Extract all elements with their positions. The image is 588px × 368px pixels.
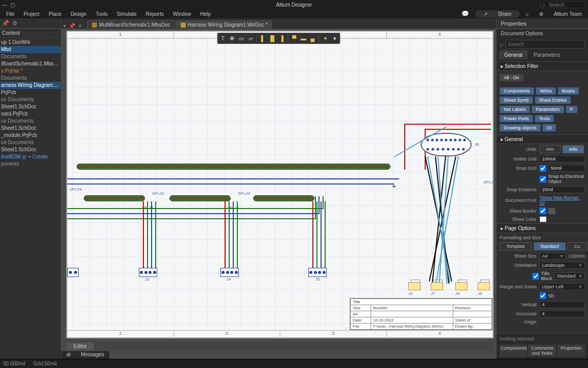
- tree-row[interactable]: ce Documents: [0, 139, 61, 146]
- orientation-select[interactable]: Landscape▼: [540, 262, 585, 269]
- tool-select-icon[interactable]: ▱: [247, 34, 255, 42]
- template-toggle[interactable]: Template Standard Cu: [500, 242, 585, 250]
- visible-grid-input[interactable]: [540, 155, 585, 163]
- wire[interactable]: [229, 201, 230, 268]
- menu-help[interactable]: Help: [196, 11, 215, 17]
- minimize-icon[interactable]: —: [2, 2, 7, 8]
- wire[interactable]: [318, 196, 320, 214]
- tree-row[interactable]: Documents: [0, 75, 61, 82]
- wire[interactable]: [147, 201, 148, 268]
- tree-row[interactable]: Sheet1.SchDoc: [0, 103, 61, 110]
- units-mils[interactable]: mils: [562, 145, 584, 153]
- wire[interactable]: [316, 201, 317, 268]
- tab-parameters[interactable]: Parameters: [529, 51, 565, 59]
- horizontal-input[interactable]: [540, 310, 585, 317]
- seg-standard[interactable]: Standard: [534, 242, 566, 250]
- seg-custom[interactable]: Cu: [568, 242, 587, 250]
- tree-row[interactable]: iBoardSchematic1.MbsDoc: [0, 60, 61, 67]
- filter-chip[interactable]: Wires: [536, 87, 556, 95]
- harness-bundle-2[interactable]: [169, 195, 231, 201]
- sheetsize-select[interactable]: A4▼: [540, 252, 566, 260]
- wire[interactable]: [237, 201, 238, 268]
- tree-row[interactable]: PrjPcb: [0, 89, 61, 96]
- tab-harness[interactable]: Harness Wiring Diagram1.WirDoc *: [176, 20, 273, 29]
- snap-dist-input[interactable]: [540, 186, 585, 193]
- menu-simulate[interactable]: Simulate: [113, 11, 141, 17]
- pad-j8[interactable]: [455, 282, 468, 290]
- show-check[interactable]: [540, 292, 546, 299]
- tab-at[interactable]: at: [61, 351, 76, 359]
- menu-project[interactable]: Project: [19, 11, 43, 17]
- wire[interactable]: [425, 129, 491, 130]
- filter-chip[interactable]: Drawing objects: [500, 124, 541, 131]
- sheet-border-color[interactable]: [548, 208, 555, 214]
- section-page-options[interactable]: ▸ Page Options: [497, 223, 588, 233]
- tree-row[interactable]: arness Wiring Diagram1.Wi: [0, 82, 61, 89]
- tool-rect-icon[interactable]: ▭: [237, 34, 246, 42]
- tree-row[interactable]: tiveBOM ◎ + Create: [0, 153, 61, 160]
- tab-close-icon[interactable]: ✕: [77, 23, 83, 29]
- tab-dropdown-icon[interactable]: ▾: [62, 23, 67, 29]
- harness-bundle-3[interactable]: [253, 195, 314, 201]
- tree-row[interactable]: Mbd: [0, 46, 61, 53]
- harness-bundle-1[interactable]: [84, 195, 145, 201]
- tab-pin-icon[interactable]: 📌: [68, 23, 76, 29]
- filter-chip[interactable]: Ot: [543, 124, 556, 131]
- menu-file[interactable]: File: [2, 11, 18, 17]
- section-general[interactable]: ▸ General: [497, 134, 588, 144]
- team-label[interactable]: Altium Team: [550, 11, 586, 17]
- connector-j3[interactable]: [139, 268, 157, 277]
- tree-row[interactable]: Documents: [0, 53, 61, 60]
- filter-chip[interactable]: Sheet Symb: [500, 97, 533, 104]
- tool-dropdown-icon[interactable]: ▾: [331, 34, 339, 42]
- filter-chip[interactable]: Sheet Entries: [535, 97, 571, 104]
- tree-row[interactable]: s.PrjHar *: [0, 67, 61, 75]
- tree-row[interactable]: oard.PrjPcb: [0, 110, 61, 118]
- wire[interactable]: [155, 201, 156, 268]
- wire[interactable]: [151, 201, 152, 268]
- align-toolbar[interactable]: T ✥ ▭ ▱ ▌ ▐▌ ▐ ▀ ▬ ▄ ✦ ▾: [217, 33, 340, 44]
- tool-move-icon[interactable]: ✥: [228, 34, 236, 42]
- schematic-canvas[interactable]: 12 34 J6: [66, 31, 494, 338]
- gear-icon[interactable]: ⚙: [535, 11, 548, 17]
- filter-chip[interactable]: Components: [500, 87, 534, 95]
- connector-j5[interactable]: [308, 268, 327, 277]
- wire[interactable]: [67, 178, 399, 179]
- snap-grid-input[interactable]: [548, 165, 585, 172]
- pad-j9[interactable]: [478, 282, 490, 290]
- share-button[interactable]: ↗ Share: [475, 10, 520, 18]
- search-input[interactable]: [548, 2, 583, 8]
- tree-row[interactable]: Sheet1.SchDoc: [0, 125, 61, 132]
- tree-row[interactable]: ce Documents: [0, 96, 61, 103]
- wire[interactable]: [315, 196, 316, 219]
- sheet-color-swatch[interactable]: [540, 216, 547, 222]
- filter-chip[interactable]: P: [566, 106, 577, 113]
- wire[interactable]: [67, 218, 315, 219]
- properties-search-input[interactable]: [505, 40, 585, 49]
- filter-chip[interactable]: Buses: [558, 87, 579, 95]
- titlebar-search[interactable]: ⌕: [540, 1, 586, 8]
- comment-icon[interactable]: 💬: [457, 10, 473, 18]
- align-left-icon[interactable]: ▌: [259, 34, 267, 42]
- filter-chip[interactable]: Parameters: [532, 106, 564, 113]
- menu-reports[interactable]: Reports: [142, 11, 168, 17]
- align-bottom-icon[interactable]: ▄: [309, 34, 317, 42]
- menu-place[interactable]: Place: [44, 11, 65, 17]
- tree-row[interactable]: ponents: [0, 160, 61, 168]
- filter-chip[interactable]: Texts: [535, 115, 554, 122]
- tab-messages[interactable]: Messages: [76, 351, 109, 359]
- tab-mbs[interactable]: MultiBoardSchematic1.MbsDoc: [87, 20, 175, 29]
- menu-design[interactable]: Design: [66, 11, 90, 17]
- wire[interactable]: [312, 201, 313, 268]
- wire[interactable]: [404, 124, 405, 170]
- connector-j4[interactable]: [220, 268, 239, 277]
- wire[interactable]: [233, 201, 234, 268]
- filter-chip[interactable]: Net Labels: [500, 106, 530, 113]
- pad-j7[interactable]: [431, 282, 443, 290]
- align-top-icon[interactable]: ▀: [290, 34, 299, 42]
- harness-bundle-top[interactable]: [77, 164, 390, 170]
- wire[interactable]: [321, 201, 322, 268]
- wire[interactable]: [143, 201, 144, 268]
- align-center-h-icon[interactable]: ▐▌: [268, 34, 277, 42]
- foot-tab-components[interactable]: Components: [500, 344, 527, 357]
